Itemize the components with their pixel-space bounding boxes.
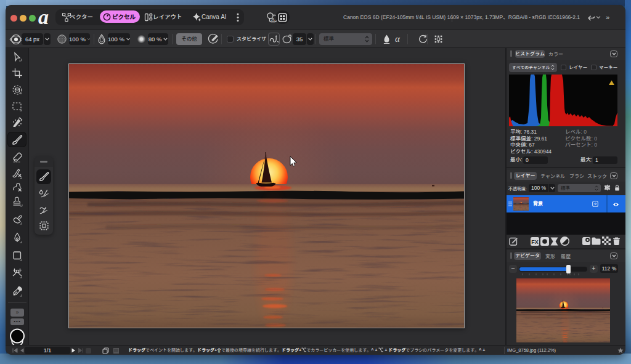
svg-text:FX: FX xyxy=(531,239,539,245)
svg-text:A: A xyxy=(271,17,275,22)
